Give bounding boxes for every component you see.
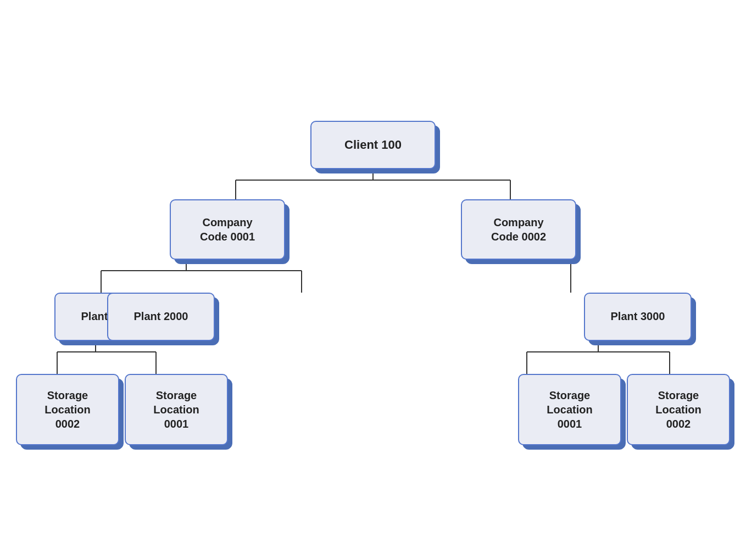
node-storage-0002-plant1000: StorageLocation0002 (16, 374, 119, 445)
connector-l2-l3 (10, 341, 736, 374)
org-chart: Client 100 CompanyCode 0001 CompanyCode … (0, 99, 746, 462)
storage-0002b-label: StorageLocation0002 (655, 388, 701, 431)
node-company-0002: CompanyCode 0002 (461, 199, 576, 260)
node-front-storage0002b: StorageLocation0002 (627, 374, 730, 445)
node-plant-2000: Plant 2000 (107, 293, 215, 341)
node-storage-0001-plant1000: StorageLocation0001 (125, 374, 228, 445)
plant-2000-label: Plant 2000 (134, 310, 188, 323)
level-company: CompanyCode 0001 CompanyCode 0002 (126, 199, 620, 260)
storage-0002a-label: StorageLocation0002 (44, 388, 90, 431)
node-front-company0002: CompanyCode 0002 (461, 199, 576, 260)
node-client-100: Client 100 (310, 121, 436, 169)
storage-0001b-label: StorageLocation0001 (547, 388, 592, 431)
node-storage-0002-plant3000: StorageLocation0002 (627, 374, 730, 445)
node-front-client: Client 100 (310, 121, 436, 169)
level-storage: StorageLocation0002 StorageLocation0001 … (10, 374, 736, 445)
node-front-storage0001a: StorageLocation0001 (125, 374, 228, 445)
node-company-0001: CompanyCode 0001 (170, 199, 285, 260)
node-front-plant3000: Plant 3000 (584, 293, 692, 341)
node-front-storage0001b: StorageLocation0001 (518, 374, 621, 445)
node-plant-3000: Plant 3000 (584, 293, 692, 341)
level-plant: Plant 1000 Plant 2000 Plant 3000 (27, 293, 719, 341)
node-storage-0001-plant3000: StorageLocation0001 (518, 374, 621, 445)
client-label: Client 100 (344, 138, 402, 152)
node-front-plant2000: Plant 2000 (107, 293, 215, 341)
connector-l0-l1 (126, 169, 620, 199)
company-0002-label: CompanyCode 0002 (491, 215, 546, 244)
storage-0001a-label: StorageLocation0001 (153, 388, 199, 431)
node-front-storage0002a: StorageLocation0002 (16, 374, 119, 445)
connector-l1-l2 (16, 260, 708, 293)
node-front-company0001: CompanyCode 0001 (170, 199, 285, 260)
plant-3000-label: Plant 3000 (611, 310, 665, 323)
company-0001-label: CompanyCode 0001 (200, 215, 255, 244)
level-client: Client 100 (11, 121, 735, 169)
